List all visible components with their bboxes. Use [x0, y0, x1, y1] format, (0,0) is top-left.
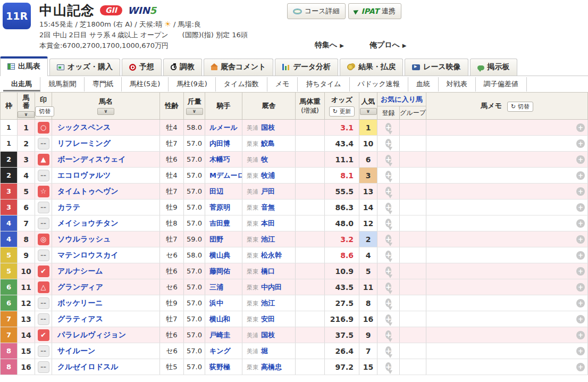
subtab[interactable]: 血統: [408, 77, 439, 92]
register-pin-icon[interactable]: +: [385, 314, 392, 323]
register-pin-icon[interactable]: +: [385, 298, 392, 307]
register-pin-icon[interactable]: +: [385, 171, 392, 179]
mark-badge[interactable]: --: [38, 297, 49, 309]
mark-badge[interactable]: ✔: [38, 329, 49, 341]
add-memo-icon[interactable]: +: [576, 203, 585, 212]
jockey-link[interactable]: 荻野極: [209, 363, 230, 371]
trainer-link[interactable]: 池江: [261, 299, 275, 307]
jockey-link[interactable]: 横山和: [209, 315, 230, 323]
trainer-link[interactable]: 中内田: [261, 283, 282, 291]
register-pin-icon[interactable]: +: [385, 123, 392, 131]
mark-badge[interactable]: --: [38, 138, 49, 150]
jockey-link[interactable]: 浜中: [209, 299, 223, 307]
register-pin-icon[interactable]: +: [385, 219, 392, 227]
mark-badge[interactable]: ◎: [38, 234, 49, 245]
trainer-link[interactable]: 松永幹: [261, 251, 282, 259]
register-pin-icon[interactable]: +: [385, 346, 392, 355]
add-memo-icon[interactable]: +: [576, 331, 585, 339]
subtab[interactable]: メモ: [267, 77, 298, 92]
horse-name-link[interactable]: マテンロウスカイ: [57, 251, 119, 259]
orepro-link[interactable]: 俺プロへ ▶: [369, 40, 407, 50]
horse-name-link[interactable]: メイショウチタン: [57, 219, 119, 227]
jockey-link[interactable]: 吉田豊: [209, 219, 230, 227]
subtab[interactable]: 対戦表: [439, 77, 476, 92]
tab-racecard[interactable]: 出馬表: [0, 56, 48, 76]
trainer-link[interactable]: 橋口: [261, 267, 275, 275]
horse-name-link[interactable]: エコロヴァルツ: [57, 171, 111, 179]
favorite-horses-link[interactable]: お気に入り馬: [377, 93, 426, 106]
jockey-link[interactable]: 田辺: [209, 187, 223, 195]
tokushu-link[interactable]: 特集へ ▶: [315, 40, 344, 50]
memo-toggle-button[interactable]: ↻ 切替: [507, 102, 533, 112]
tab-target[interactable]: 予想: [122, 59, 162, 76]
tab-house[interactable]: 厩舎コメント: [204, 59, 273, 76]
mark-badge[interactable]: ○: [38, 122, 49, 134]
tab-video[interactable]: レース映像: [405, 59, 468, 76]
ipat-link-button[interactable]: IPAT 連携: [348, 3, 401, 19]
add-memo-icon[interactable]: +: [576, 251, 585, 260]
mark-badge[interactable]: --: [38, 170, 49, 181]
mark-badge[interactable]: --: [38, 345, 49, 357]
subtab[interactable]: 馬柱(5走): [122, 77, 169, 92]
add-memo-icon[interactable]: +: [576, 363, 585, 371]
add-memo-icon[interactable]: +: [576, 299, 585, 308]
register-pin-icon[interactable]: +: [385, 330, 392, 339]
add-memo-icon[interactable]: +: [576, 315, 585, 323]
add-memo-icon[interactable]: +: [576, 219, 585, 228]
jockey-link[interactable]: 団野: [209, 235, 223, 243]
trainer-link[interactable]: 鮫島: [261, 139, 275, 147]
add-memo-icon[interactable]: +: [576, 267, 585, 276]
horse-name-link[interactable]: パラレルヴィジョン: [57, 330, 126, 339]
horse-name-link[interactable]: カラテ: [57, 203, 80, 211]
trainer-link[interactable]: 国枝: [261, 331, 275, 339]
horse-name-link[interactable]: ボッケリーニ: [57, 298, 103, 307]
mark-badge[interactable]: △: [38, 281, 49, 293]
horse-name-link[interactable]: グランディア: [57, 283, 103, 291]
mark-badge[interactable]: ☆: [38, 186, 49, 197]
horse-name-link[interactable]: リフレーミング: [57, 139, 111, 147]
register-pin-icon[interactable]: +: [385, 187, 392, 195]
mark-badge[interactable]: --: [38, 218, 49, 229]
horse-name-link[interactable]: サイルーン: [57, 346, 95, 355]
jockey-link[interactable]: 藤岡佑: [209, 267, 230, 275]
subtab[interactable]: 調子偏差値: [476, 77, 527, 92]
trainer-link[interactable]: 堀: [261, 347, 268, 355]
jockey-link[interactable]: キング: [209, 347, 231, 355]
mark-toggle-button[interactable]: 切替: [35, 106, 54, 117]
jockey-link[interactable]: ルメール: [209, 123, 238, 131]
horse-name-link[interactable]: アルナシーム: [57, 267, 103, 275]
trainer-link[interactable]: 牧浦: [261, 171, 275, 179]
jockey-link[interactable]: Mデムーロ: [209, 171, 242, 179]
mark-badge[interactable]: ✔: [38, 265, 49, 277]
jockey-link[interactable]: 横山典: [209, 251, 230, 259]
trainer-link[interactable]: 池江: [261, 235, 275, 243]
horse-name-link[interactable]: タイムトゥヘヴン: [57, 187, 119, 195]
subtab[interactable]: 専門紙: [85, 77, 122, 92]
horse-name-link[interactable]: シックスペンス: [57, 123, 111, 131]
jockey-link[interactable]: 戸崎圭: [209, 331, 230, 339]
horse-name-link[interactable]: ソウルラッシュ: [57, 235, 111, 243]
sort-umaban-button[interactable]: ∨: [18, 111, 35, 118]
sort-name-button[interactable]: ∨: [97, 108, 114, 115]
tab-chat[interactable]: 掲示板: [470, 59, 517, 76]
add-memo-icon[interactable]: +: [576, 123, 585, 132]
tab-coins[interactable]: 結果・払戻: [340, 59, 403, 76]
mark-badge[interactable]: ▲: [38, 154, 49, 165]
jockey-link[interactable]: 菅原明: [209, 203, 230, 211]
subtab[interactable]: 出走馬: [3, 77, 40, 92]
trainer-link[interactable]: 戸田: [261, 187, 275, 195]
trainer-link[interactable]: 高橋忠: [261, 363, 282, 371]
jockey-link[interactable]: 内田博: [209, 139, 230, 147]
add-memo-icon[interactable]: +: [576, 235, 585, 244]
tab-chart[interactable]: データ分析: [275, 59, 338, 76]
horse-name-link[interactable]: グラティアス: [57, 314, 103, 323]
add-memo-icon[interactable]: +: [576, 347, 585, 355]
mark-badge[interactable]: --: [38, 313, 49, 325]
jockey-link[interactable]: 木幡巧: [209, 155, 230, 163]
register-pin-icon[interactable]: +: [385, 267, 392, 275]
horse-name-link[interactable]: クルゼイロドスル: [57, 362, 119, 371]
course-detail-button[interactable]: コース詳細: [287, 3, 346, 19]
register-pin-icon[interactable]: +: [385, 283, 392, 291]
tab-odds[interactable]: オッズ・購入: [49, 59, 120, 76]
add-memo-icon[interactable]: +: [576, 171, 585, 180]
